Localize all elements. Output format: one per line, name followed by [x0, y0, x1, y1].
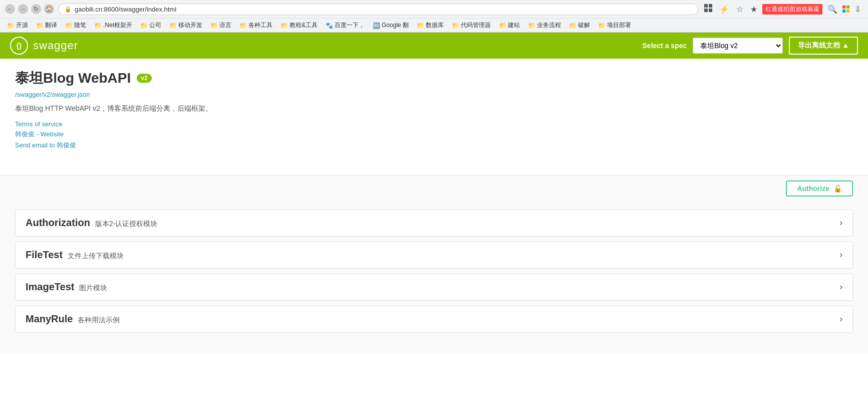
grid-icon-button[interactable]: ​ — [702, 3, 714, 15]
api-section-authorization: Authorization 版本2-认证授权模块 › — [15, 210, 853, 237]
svg-rect-1 — [709, 4, 712, 8]
swagger-title: 泰坦Blog WebAPI v2 — [15, 69, 853, 88]
folder-icon: 📁 — [452, 22, 459, 29]
email-link[interactable]: Send email to 韩俊俊 — [15, 141, 853, 150]
api-sections-container: Authorization 版本2-认证授权模块 › FileTest 文件上传… — [0, 201, 868, 353]
folder-icon: 📁 — [94, 22, 102, 29]
browser-right-controls: ​ ⚡ ☆ ★ 红通逃犯图游戏暴露 🔍 ⇩ — [702, 3, 863, 15]
spec-select[interactable]: 泰坦Blog v2 — [693, 38, 783, 54]
bookmark-database[interactable]: 📁 数据库 — [414, 20, 447, 31]
google-icon: 🔤 — [373, 22, 380, 29]
api-section-manyrule: ManyRule 各种用法示例 › — [15, 306, 853, 333]
bookmark-kaiyuan[interactable]: 📁 开源 — [4, 20, 31, 31]
api-section-filetest-header[interactable]: FileTest 文件上传下载模块 › — [16, 242, 852, 268]
bookmark-code-manager[interactable]: 📁 代码管理器 — [449, 20, 494, 31]
api-section-manyrule-title: ManyRule 各种用法示例 — [26, 313, 120, 325]
bookmark-language[interactable]: 📁 语言 — [207, 20, 234, 31]
select-spec-label: Select a spec — [643, 42, 687, 50]
forward-button[interactable]: → — [18, 4, 28, 14]
bookmark-business[interactable]: 📁 业务流程 — [525, 20, 564, 31]
swagger-links: Terms of service 韩俊俊 - Website Send emai… — [15, 120, 853, 150]
bookmark-mobile[interactable]: 📁 移动开发 — [166, 20, 205, 31]
lightning-icon-button[interactable]: ⚡ — [717, 4, 731, 15]
chevron-right-icon: › — [839, 282, 842, 292]
swagger-logo-icon: {} — [10, 37, 28, 55]
api-section-authorization-desc: 版本2-认证授权模块 — [95, 220, 157, 229]
api-section-authorization-header[interactable]: Authorization 版本2-认证授权模块 › — [16, 210, 852, 236]
bookmark-suibi[interactable]: 📁 随笔 — [62, 20, 89, 31]
folder-icon: 📁 — [239, 22, 247, 29]
folder-icon: 📁 — [569, 22, 576, 29]
svg-rect-2 — [704, 9, 708, 12]
api-section-authorization-title: Authorization 版本2-认证授权模块 — [26, 217, 157, 229]
bookmark-netframework[interactable]: 📁 .Net框架开 — [91, 20, 135, 31]
download-icon-button[interactable]: ⇩ — [852, 4, 863, 15]
address-text: gaobili.cn:8600/swagger/index.html — [75, 6, 692, 13]
api-section-imagetest: ImageTest 图片模块 › — [15, 274, 853, 301]
swagger-info: 泰坦Blog WebAPI v2 /swagger/v2/swagger.jso… — [0, 59, 868, 175]
api-section-filetest-name: FileTest — [26, 249, 63, 261]
baidu-icon: 🐾 — [326, 22, 333, 29]
folder-icon: 📁 — [598, 22, 606, 29]
api-section-imagetest-name: ImageTest — [26, 281, 74, 293]
folder-icon: 📁 — [499, 22, 506, 29]
bookmark-company[interactable]: 📁 公司 — [137, 20, 164, 31]
folder-icon: 📁 — [210, 22, 218, 29]
authorize-btn-label: Authorize — [797, 184, 829, 192]
swagger-logo: {} swagger — [10, 37, 78, 55]
bookmark-tools[interactable]: 📁 各种工具 — [236, 20, 275, 31]
website-link[interactable]: 韩俊俊 - Website — [15, 130, 853, 139]
swagger-logo-text: swagger — [33, 39, 78, 52]
api-section-manyrule-header[interactable]: ManyRule 各种用法示例 › — [16, 306, 852, 332]
bookmark-build-site[interactable]: 📁 建站 — [496, 20, 523, 31]
lock-icon: 🔒 — [65, 6, 72, 13]
api-section-filetest-desc: 文件上传下载模块 — [68, 252, 124, 261]
swagger-description: 泰坦Blog HTTP WebAPI v2，博客系统前后端分离，后端框架。 — [15, 104, 853, 113]
bookmark-project-deploy[interactable]: 📁 项目部署 — [595, 20, 634, 31]
swagger-main: {} swagger Select a spec 泰坦Blog v2 导出离线文… — [0, 33, 868, 353]
browser-chrome: ← → ↻ 🏠 🔒 gaobili.cn:8600/swagger/index.… — [0, 0, 868, 33]
bookmark-google-translate[interactable]: 🔤 Google 翻 — [370, 20, 412, 31]
api-section-filetest-title: FileTest 文件上传下载模块 — [26, 249, 124, 261]
windows-squares — [842, 6, 849, 13]
bookmark-baidu[interactable]: 🐾 百度一下， — [323, 20, 368, 31]
folder-icon: 📁 — [169, 22, 177, 29]
folder-icon: 📁 — [140, 22, 148, 29]
folder-icon: 📁 — [36, 22, 44, 29]
browser-controls: ← → ↻ 🏠 — [5, 4, 54, 14]
svg-rect-0 — [704, 4, 708, 8]
folder-icon: 📁 — [7, 22, 15, 29]
refresh-button[interactable]: ↻ — [31, 4, 41, 14]
api-section-imagetest-header[interactable]: ImageTest 图片模块 › — [16, 274, 852, 300]
svg-rect-3 — [709, 9, 712, 12]
bookmark-fanyi[interactable]: 📁 翻译 — [33, 20, 60, 31]
chevron-right-icon: › — [839, 250, 842, 260]
star-filled-icon-button[interactable]: ★ — [748, 4, 759, 15]
api-section-manyrule-name: ManyRule — [26, 313, 73, 325]
swagger-header: {} swagger Select a spec 泰坦Blog v2 导出离线文… — [0, 33, 868, 59]
lock-open-icon: 🔓 — [833, 184, 842, 192]
browser-titlebar: ← → ↻ 🏠 🔒 gaobili.cn:8600/swagger/index.… — [0, 0, 868, 18]
address-bar[interactable]: 🔒 gaobili.cn:8600/swagger/index.html — [58, 4, 698, 15]
bookmarks-bar: 📁 开源 📁 翻译 📁 随笔 📁 .Net框架开 📁 公司 📁 移动开发 📁 语… — [0, 18, 868, 32]
swagger-header-right: Select a spec 泰坦Blog v2 导出离线文档 ▲ — [643, 37, 858, 55]
folder-icon: 📁 — [528, 22, 535, 29]
swagger-title-text: 泰坦Blog WebAPI — [15, 69, 131, 88]
chevron-right-icon: › — [839, 218, 842, 228]
api-section-manyrule-desc: 各种用法示例 — [78, 316, 120, 325]
authorize-button[interactable]: Authorize 🔓 — [786, 180, 853, 196]
export-offline-doc-button[interactable]: 导出离线文档 ▲ — [789, 37, 858, 55]
folder-icon: 📁 — [280, 22, 288, 29]
api-section-authorization-name: Authorization — [26, 217, 90, 229]
bookmark-tutorials[interactable]: 📁 教程&工具 — [277, 20, 321, 31]
right-side-text: 红通逃犯图游戏暴露 — [762, 4, 822, 15]
home-button[interactable]: 🏠 — [44, 4, 54, 14]
back-button[interactable]: ← — [5, 4, 15, 14]
search-icon-button[interactable]: 🔍 — [825, 4, 839, 15]
api-section-filetest: FileTest 文件上传下载模块 › — [15, 242, 853, 269]
terms-of-service-link[interactable]: Terms of service — [15, 120, 853, 128]
bookmark-crack[interactable]: 📁 破解 — [566, 20, 593, 31]
star-icon-button[interactable]: ☆ — [734, 4, 745, 15]
version-badge: v2 — [137, 74, 151, 83]
swagger-spec-link[interactable]: /swagger/v2/swagger.json — [15, 91, 853, 98]
